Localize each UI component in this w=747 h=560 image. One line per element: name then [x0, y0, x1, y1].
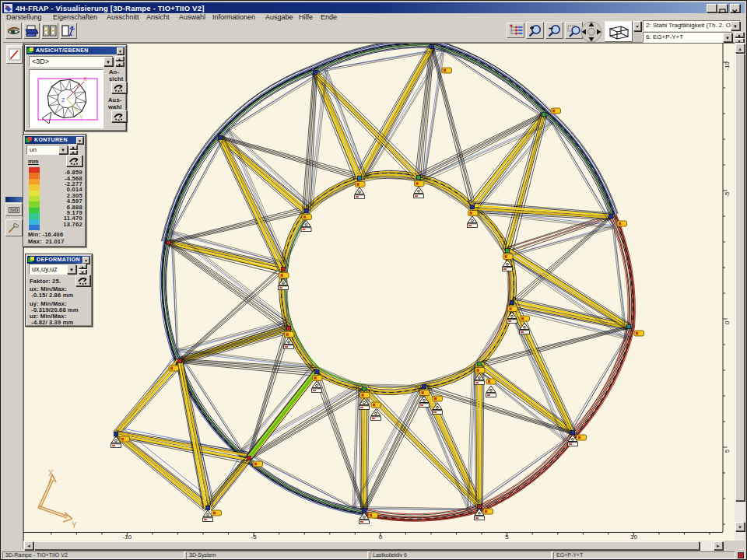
svg-text:Y: Y [79, 114, 83, 120]
svg-text:5: 5 [505, 534, 509, 541]
svg-text:-5: -5 [724, 191, 731, 198]
svg-text:0: 0 [379, 534, 383, 541]
svg-text:0: 0 [724, 320, 731, 324]
svg-text:10: 10 [630, 534, 637, 541]
svg-text:Z: Z [61, 97, 65, 103]
svg-text:X: X [48, 469, 54, 478]
svg-text:X: X [83, 76, 87, 82]
svg-text:Y: Y [72, 521, 77, 530]
svg-text:-10: -10 [724, 61, 731, 71]
svg-text:-5: -5 [251, 534, 258, 541]
svg-text:-10: -10 [123, 534, 132, 541]
svg-text:5: 5 [724, 449, 731, 453]
